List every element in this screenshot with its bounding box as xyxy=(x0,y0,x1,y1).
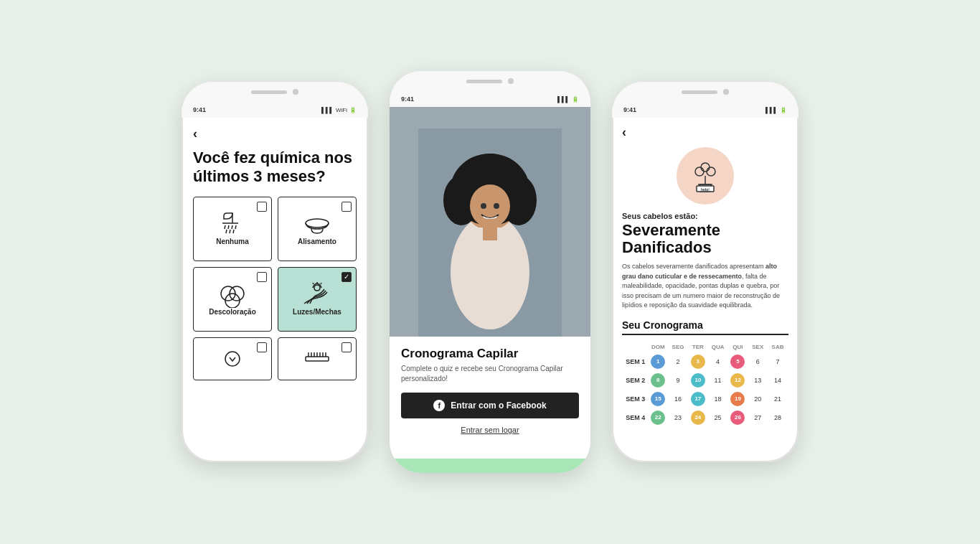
quiz-item-nenhuma[interactable]: Nenhuma xyxy=(193,197,272,261)
svg-point-34 xyxy=(494,203,499,209)
phone1-status-bar: 9:41 ▌▌▌ WiFi 🔋 xyxy=(182,102,368,118)
svg-line-13 xyxy=(321,283,321,284)
calendar-day: 9 xyxy=(669,372,687,389)
calendar-day: 12 xyxy=(729,372,748,389)
calendar-day: 10 xyxy=(689,372,707,389)
day-col-sab: SAB xyxy=(768,342,787,352)
calendar-day: 18 xyxy=(709,390,727,408)
status-icons3: ▌▌▌ 🔋 xyxy=(765,107,787,113)
calendar-day: 8 xyxy=(649,372,667,389)
phone1: 9:41 ▌▌▌ WiFi 🔋 ‹ Você fez química nos ú… xyxy=(182,82,368,462)
status-time: 9:41 xyxy=(193,106,206,113)
facebook-icon: f xyxy=(433,400,445,411)
svg-point-7 xyxy=(306,219,329,228)
svg-point-31 xyxy=(468,154,512,182)
quiz-item-bottom1[interactable] xyxy=(193,337,272,380)
checkbox-alisamento xyxy=(341,202,352,212)
status-pill2 xyxy=(466,80,502,83)
descoloracao-label: Descoloração xyxy=(209,308,256,316)
calendar-day: 4 xyxy=(709,353,727,370)
camera-dot3 xyxy=(723,89,729,95)
camera-dot xyxy=(293,89,298,95)
calendar-day: 16 xyxy=(669,390,687,408)
day-col-sex: SEX xyxy=(748,342,767,352)
status-time2: 9:41 xyxy=(401,95,414,103)
svg-line-6 xyxy=(233,230,234,233)
phone2-top-bar xyxy=(390,71,590,91)
week-label: SEM 4 xyxy=(623,409,647,426)
week-label: SEM 3 xyxy=(623,390,647,408)
day-col-dom: DOM xyxy=(649,342,667,352)
calendar-day: 22 xyxy=(649,409,667,426)
card-subtitle: Complete o quiz e recebe seu Cronograma … xyxy=(401,364,579,384)
week-label: SEM 2 xyxy=(623,372,647,389)
calendar-day: 21 xyxy=(768,390,787,408)
checkbox-bottom1 xyxy=(257,342,267,352)
flat-iron-icon xyxy=(301,212,333,238)
quiz-item-descoloracao[interactable]: Descoloração xyxy=(193,267,272,332)
luzes-label: Luzes/Mechas xyxy=(293,308,341,316)
camera-dot2 xyxy=(508,78,514,84)
phone1-top-bar xyxy=(182,82,368,102)
calendar-day: 20 xyxy=(748,390,767,408)
checkbox-luzes: ✓ xyxy=(341,272,352,282)
calendar-day: 3 xyxy=(689,353,707,370)
wifi-icon: WiFi xyxy=(336,107,347,113)
calendar-day: 11 xyxy=(709,372,727,389)
svg-point-32 xyxy=(470,184,510,228)
status-icons2: ▌▌▌ 🔋 xyxy=(557,96,579,103)
calendar-day: 15 xyxy=(649,390,667,408)
calendar-day: 2 xyxy=(669,353,687,370)
phone3-content: ‹ help! Seu xyxy=(612,118,798,462)
quiz-item-luzes[interactable]: ✓ Luzes/Mechas xyxy=(278,267,357,332)
phone2-status-bar: 9:41 ▌▌▌ 🔋 xyxy=(390,91,590,107)
phone3-top-bar xyxy=(612,82,798,102)
calendar-day: 23 xyxy=(669,409,687,426)
help-plant-icon: help! xyxy=(684,154,727,197)
svg-text:help!: help! xyxy=(701,187,710,192)
phones-container: 9:41 ▌▌▌ WiFi 🔋 ‹ Você fez química nos ú… xyxy=(153,42,827,502)
svg-line-3 xyxy=(235,225,236,229)
circles-icon xyxy=(217,282,248,308)
quiz-item-bottom2[interactable] xyxy=(278,337,357,380)
quiz-item-alisamento[interactable]: Alisamento xyxy=(278,197,357,261)
day-col-qui: QUI xyxy=(729,342,748,352)
login-no-account-link[interactable]: Entrar sem logar xyxy=(401,426,579,434)
calendar-row: SEM 2891011121314 xyxy=(623,372,787,389)
result-icon-circle: help! xyxy=(677,147,734,205)
facebook-login-button[interactable]: f Entrar com o Facebook xyxy=(401,393,579,418)
svg-point-33 xyxy=(481,203,486,209)
calendar-row: SEM 315161718192021 xyxy=(623,390,787,408)
day-col-qua: QUA xyxy=(709,342,727,352)
status-time3: 9:41 xyxy=(623,106,636,113)
calendar-day: 5 xyxy=(729,353,748,370)
calendar-day: 27 xyxy=(748,409,767,426)
nenhuma-label: Nenhuma xyxy=(216,238,249,245)
phone2-hero: All Things Hair. xyxy=(390,107,590,337)
status-pill xyxy=(251,90,287,94)
calendar-table: DOM SEG TER QUA QUI SEX SAB SEM 11234567… xyxy=(622,341,788,428)
week-col-header xyxy=(623,342,647,352)
week-label: SEM 1 xyxy=(623,353,647,370)
signal-icon3: ▌▌▌ xyxy=(765,107,778,113)
svg-rect-36 xyxy=(483,226,497,240)
result-title: SeveramenteDanificados xyxy=(622,222,788,256)
svg-line-1 xyxy=(228,225,229,229)
result-status-label: Seus cabelos estão: xyxy=(622,212,788,220)
signal-icon: ▌▌▌ xyxy=(321,107,334,113)
calendar-day: 26 xyxy=(729,409,748,426)
battery-icon: 🔋 xyxy=(349,107,357,113)
highlights-icon xyxy=(301,282,333,308)
phone2-card: Cronograma Capilar Complete o quiz e rec… xyxy=(390,337,590,459)
phone3: 9:41 ▌▌▌ 🔋 ‹ xyxy=(612,82,798,462)
svg-rect-15 xyxy=(306,357,329,361)
svg-line-0 xyxy=(225,225,225,229)
woman-figure xyxy=(418,128,562,337)
battery-icon2: 🔋 xyxy=(572,96,579,103)
card-title: Cronograma Capilar xyxy=(401,347,579,361)
svg-line-5 xyxy=(230,230,230,233)
battery-icon3: 🔋 xyxy=(780,107,787,113)
calendar-day: 13 xyxy=(748,372,767,389)
back-button[interactable]: ‹ xyxy=(193,126,357,141)
back-button3[interactable]: ‹ xyxy=(622,125,788,140)
